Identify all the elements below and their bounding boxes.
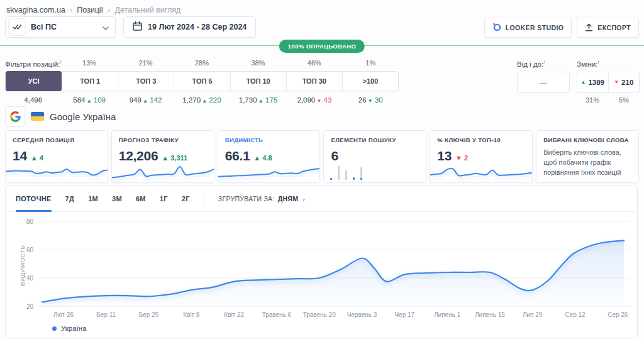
info-icon: i: [543, 59, 545, 65]
card-sparkline: [430, 161, 532, 182]
filter-tab-top10[interactable]: ТОП 10: [230, 72, 286, 91]
chart-tab-2г[interactable]: 2Г: [182, 186, 190, 211]
metric-card-title: ЕЛЕМЕНТИ ПОШУКУ: [331, 136, 419, 143]
search-engine-select[interactable]: Всі ПС: [5, 16, 116, 38]
filter-tab-top3[interactable]: ТОП 3: [118, 72, 174, 91]
filter-value-top3: 949 ▲ 142: [118, 96, 174, 104]
filter-tab-top1[interactable]: ТОП 1: [62, 72, 118, 91]
metric-card-keywords-top10[interactable]: % КЛЮЧІВ У ТОП-1013▼ 2: [430, 130, 533, 183]
chart-legend[interactable]: Україна: [6, 325, 637, 332]
progress-badge: 100% ОПРАЦЬОВАНО: [279, 40, 365, 53]
x-tick-label: Сер 12: [565, 311, 586, 318]
date-range-picker[interactable]: 19 Лют 2024 - 28 Сер 2024: [123, 16, 256, 38]
filter-tab-all[interactable]: УСІ: [6, 71, 62, 91]
card-sparkline: [218, 161, 320, 182]
changes-down[interactable]: ▼210: [608, 72, 640, 92]
metric-card-traffic-forecast[interactable]: ПРОГНОЗ ТРАФІКУ12,206▲ 3,311: [111, 130, 214, 183]
filter-tab-over100[interactable]: >100: [342, 72, 398, 91]
filter-value-top30: 2,090 ▼ 43: [286, 96, 342, 104]
metric-card-selected-keywords: ВИБРАНІ КЛЮЧОВІ СЛОВАВиберіть ключові сл…: [536, 130, 639, 183]
filter-values-row: 4,496584 ▲ 109949 ▲ 1421,270 ▲ 2201,730 …: [5, 91, 399, 104]
filter-tabs: УСІТОП 1ТОП 3ТОП 5ТОП 10ТОП 30>100: [5, 71, 399, 91]
visibility-chart: 80604020ВИДИМОСТЬЛют 26Бер 11Бер 25Квіт …: [6, 213, 637, 324]
changes-box: ▲1389 ▼210: [577, 72, 640, 93]
filter-delta: 43: [321, 96, 331, 104]
chart-tab-1г[interactable]: 1Г: [160, 186, 168, 211]
toolbar-left: Всі ПС 19 Лют 2024 - 28 Сер 2024: [5, 16, 256, 38]
x-tick-label: Липень 1: [434, 311, 461, 318]
metric-card-title: ПРОГНОЗ ТРАФІКУ: [119, 136, 207, 143]
changes-up[interactable]: ▲1389: [577, 72, 608, 92]
ukraine-flag-icon: [31, 112, 44, 121]
filter-percent-top10: 38%: [230, 59, 286, 68]
filter-percent-row: Фільтри позицій:i13%21%28%38%46%1%: [5, 59, 399, 68]
group-by-value: ДНЯМ: [278, 195, 299, 203]
arrow-up-icon: ▲: [580, 79, 586, 85]
page: { "breadcrumb": {"site": "skvagina.com.u…: [0, 0, 644, 339]
metric-card-visibility[interactable]: ВИДИМІСТЬ66.1▲ 4.8: [218, 130, 321, 183]
breadcrumb-section[interactable]: Позиції: [77, 6, 103, 14]
x-tick-label: Квіт 22: [224, 311, 244, 318]
changes-down-percent: 5%: [608, 96, 640, 104]
y-tick-label: 20: [26, 303, 34, 310]
arrow-down-icon: ▼: [367, 98, 373, 104]
filter-percent-top5: 28%: [174, 59, 230, 68]
chart-panel: ПОТОЧНЕ7Д1М3М6М1Г2Г ЗГРУПУВАТИ ЗА: ДНЯМ …: [5, 186, 638, 338]
filters-label: Фільтри позицій:i: [5, 59, 61, 68]
breadcrumb-site[interactable]: skvagina.com.ua: [6, 6, 65, 14]
metric-card-title: ВИБРАНІ КЛЮЧОВІ СЛОВА: [543, 136, 631, 143]
bar: [338, 166, 340, 180]
export-label: ЕКСПОРТ: [597, 24, 631, 31]
google-icon: [5, 106, 25, 126]
chevron-down-icon: ⌄: [301, 196, 306, 202]
filter-percent-top30: 46%: [286, 59, 342, 68]
filter-tab-top30[interactable]: ТОП 30: [286, 72, 342, 91]
arrow-up-icon: ▲: [142, 98, 148, 104]
arrow-up-icon: ▲: [257, 98, 264, 104]
card-sparkline: [112, 161, 214, 182]
chart-tab-1м[interactable]: 1М: [88, 186, 98, 211]
y-tick-label: 60: [26, 247, 34, 253]
chart-tab-3м[interactable]: 3М: [112, 186, 122, 211]
search-engine-select-value: Всі ПС: [31, 23, 97, 31]
y-tick-label: 80: [26, 218, 34, 225]
breadcrumb: skvagina.com.ua › Позиції › Детальний ви…: [6, 5, 180, 14]
search-engine-header: Google Україна: [5, 106, 116, 126]
filter-delta: 175: [264, 96, 277, 104]
changes-label: Зміни:: [577, 60, 597, 68]
toolbar-right: LOOKER STUDIO ЕКСПОРТ: [484, 18, 639, 38]
card-description: Виберіть ключові слова, щоб побачити гра…: [543, 148, 631, 178]
filter-value-over100: 26 ▼ 30: [343, 96, 399, 104]
x-tick-label: Лип 29: [523, 311, 543, 318]
divider: [204, 193, 204, 204]
chart-range-tabs: ПОТОЧНЕ7Д1М3М6М1Г2Г: [16, 186, 190, 211]
export-button[interactable]: ЕКСПОРТ: [577, 18, 639, 38]
chart-tab-6м[interactable]: 6М: [136, 186, 146, 211]
group-by-dropdown[interactable]: ЗГРУПУВАТИ ЗА: ДНЯМ ⌄: [218, 195, 306, 203]
bar: [353, 177, 355, 180]
metric-card-serp-features[interactable]: ЕЛЕМЕНТИ ПОШУКУ6: [323, 130, 426, 183]
date-range-value: 19 Лют 2024 - 28 Сер 2024: [148, 23, 247, 31]
y-tick-label: 40: [26, 275, 34, 282]
x-tick-label: Липень 15: [475, 311, 505, 318]
looker-studio-button[interactable]: LOOKER STUDIO: [484, 18, 572, 38]
metric-card-avg-position[interactable]: СЕРЕДНЯ ПОЗИЦІЯ14▲ 4: [5, 130, 108, 183]
bar: [345, 170, 347, 180]
from-to-control: Від і до:i —: [517, 59, 570, 93]
looker-studio-label: LOOKER STUDIO: [506, 24, 564, 31]
x-tick-label: Травень 20: [303, 311, 336, 318]
changes-percents: 31% 5%: [577, 96, 640, 104]
chart-tab-поточне[interactable]: ПОТОЧНЕ: [16, 186, 52, 211]
double-check-icon: [8, 18, 26, 36]
arrow-up-icon: ▲: [85, 98, 91, 104]
filter-delta: 142: [148, 96, 162, 104]
card-sparkline: [6, 161, 108, 182]
chart-tab-7д[interactable]: 7Д: [65, 186, 75, 211]
breadcrumb-separator: ›: [108, 5, 110, 14]
filter-tab-top5[interactable]: ТОП 5: [174, 72, 230, 91]
arrow-down-icon: ▼: [614, 79, 619, 85]
from-to-input[interactable]: —: [517, 72, 570, 93]
position-filters: Фільтри позицій:i13%21%28%38%46%1% УСІТО…: [5, 59, 399, 104]
legend-series-name: Україна: [61, 325, 87, 332]
bar: [330, 178, 332, 180]
